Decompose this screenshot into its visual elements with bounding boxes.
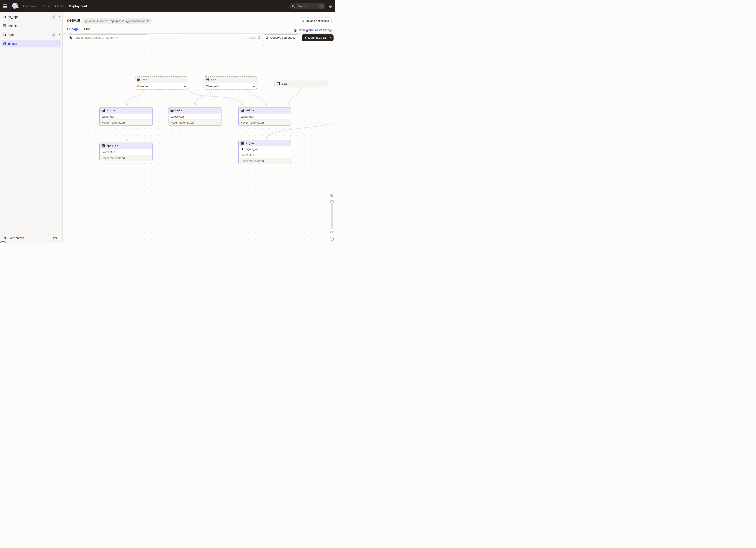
materialization-status: Never materialized [100,155,152,161]
zoom-slider-track[interactable] [331,202,333,229]
asset-group-icon [3,24,6,27]
asset-node-alpha[interactable]: alpha Latest Run – Never materialized [99,107,153,126]
repo-link[interactable]: repo@assets_reconciliation [110,19,145,23]
reload-definitions-button[interactable]: Reload definitions [299,18,332,24]
asset-subset-input[interactable] [74,36,146,39]
asset-group-tag: Asset Group in repo@assets_reconciliatio… [82,18,152,24]
sidebar-item-label: repo [8,33,14,37]
shown-count-label: 2 of 2 shown [8,237,24,240]
tab-list[interactable]: List [84,27,90,33]
row-value: – [253,85,255,88]
zoom-slider-handle[interactable] [330,200,334,204]
chevron-down-icon[interactable]: ▾ [59,34,60,36]
asset-name: delta [245,109,254,112]
materialization-status: Never materialized [100,120,152,126]
page-title: default [67,18,80,23]
asset-node-beta[interactable]: beta Latest Run – Never materialized [168,107,221,126]
view-tabs: Lineage List [67,27,90,33]
search-shortcut-badge: / [319,4,324,9]
help-bubble-peek [0,241,6,243]
materialize-all-button[interactable]: ✦✦ Materialize all ▾ [302,34,334,41]
row-value: – [184,85,186,88]
global-search[interactable]: / [290,3,325,9]
canvas-zoom-controls [329,194,334,241]
nav-item-assets[interactable]: Assets [54,4,64,8]
chevron-down-icon[interactable]: ▾ [59,16,60,18]
asset-graph-filter-icon [69,36,72,39]
asset-node-baz[interactable]: baz [275,80,328,87]
materialization-status: Never materialized [239,158,291,164]
gear-icon[interactable]: ⚙ [329,4,332,8]
sidebar-item-label: default [8,42,17,46]
primary-nav: Overview Runs Assets Deployment [23,4,87,8]
asset-table-icon [241,142,244,145]
asset-node-delta[interactable]: delta Latest Run – Never materialized [238,107,291,126]
observe-sources-label: Observe sources (2) [270,36,296,39]
row-label: Latest Run [102,115,115,118]
hamburger-menu-icon[interactable] [3,3,9,9]
global-lineage-label: View global asset lineage [299,28,333,32]
reload-icon[interactable] [147,20,149,22]
asset-node-epsilon[interactable]: epsilon Latest Run – Never materialized [99,143,153,161]
asset-name: alpha [106,109,115,112]
asset-check-icon [241,148,244,150]
sidebar-item-label: default [8,24,17,28]
asset-name: beta [175,109,182,112]
asset-group-header: default Asset Group in repo@assets_recon… [63,12,335,33]
row-label: Observed [137,85,149,88]
folder-icon [3,33,6,36]
row-value: – [218,115,219,118]
asset-table-icon [102,144,105,148]
sidebar-item-default-group-alt[interactable]: default [0,21,62,30]
asset-name: sigma [245,142,254,145]
source-asset-icon [277,82,280,85]
asset-name: bar [211,78,216,82]
sidebar-item-repo[interactable]: repo 1 ▾ [0,30,62,39]
lineage-canvas[interactable]: 0:18 Observe sources (2) ✦✦ Materialize … [63,34,335,243]
materialization-status: Never materialized [168,120,221,126]
top-navigation-bar: Overview Runs Assets Deployment / ⚙ [0,0,335,12]
main-content: default Asset Group in repo@assets_recon… [63,12,335,243]
dagster-logo-icon[interactable] [11,2,19,10]
refresh-timer: 0:18 [249,36,255,39]
asset-node-bar[interactable]: bar Observed – [204,76,257,90]
sidebar-item-default-group-selected[interactable]: default [0,39,62,48]
asset-name: foo [142,78,147,82]
asset-subset-filter[interactable] [67,34,148,41]
folder-icon [3,15,6,18]
nav-item-overview[interactable]: Overview [23,4,36,8]
asset-node-foo[interactable]: foo Observed – [135,76,188,90]
observe-sources-button[interactable]: Observe sources (2) [263,34,299,41]
asset-check-name: sigma_tau [246,148,258,151]
asset-count-badge: 1 [51,33,56,37]
search-input[interactable] [296,5,319,8]
sidebar-item-label: alt_repo [8,15,19,19]
nav-item-runs[interactable]: Runs [41,4,49,8]
row-label: Observed [206,85,218,88]
nav-item-deployment[interactable]: Deployment [69,4,87,8]
row-value: – [287,115,289,118]
refresh-icon[interactable] [257,36,260,39]
asset-count-badge: 1 [51,15,56,19]
row-label: Latest Run [170,115,184,118]
asset-node-sigma[interactable]: sigma sigma_tau Latest Run – Never mater… [238,140,291,164]
filter-button[interactable]: Filter [48,235,60,241]
zoom-out-icon[interactable] [330,231,334,234]
lineage-graph-icon [294,29,298,32]
search-icon [291,4,296,9]
materialize-dropdown-caret[interactable]: ▾ [328,34,334,41]
sidebar-item-alt-repo[interactable]: alt_repo 1 ▾ [0,12,62,21]
canvas-toolbar: 0:18 Observe sources (2) ✦✦ Materialize … [249,34,334,41]
row-value: – [287,154,289,157]
download-view-icon[interactable] [330,237,334,241]
zoom-in-icon[interactable] [330,194,334,198]
eye-icon [266,36,269,39]
tab-lineage[interactable]: Lineage [67,27,79,33]
materialization-status: Never materialized [239,120,291,126]
asset-group-icon [84,19,88,23]
tag-prefix-label: Asset Group in [89,19,108,23]
asset-table-icon [170,109,174,112]
view-global-asset-lineage-link[interactable]: View global asset lineage [294,28,333,32]
row-label: Latest Run [241,154,254,157]
source-asset-icon [137,78,140,82]
